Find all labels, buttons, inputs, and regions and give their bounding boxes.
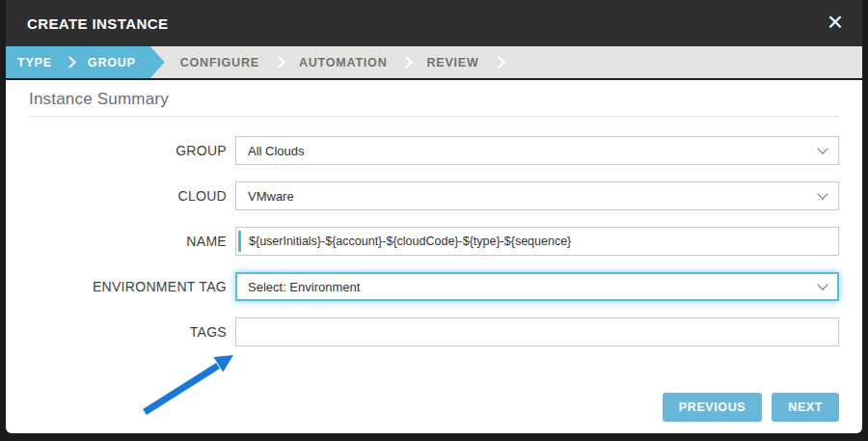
name-field-wrap — [235, 227, 839, 256]
wizard-active-segment: TYPE GROUP — [6, 46, 165, 78]
wizard-step-group[interactable]: GROUP — [88, 56, 136, 69]
wizard-breadcrumb: TYPE GROUP CONFIGURE AUTOMATION REVIEW — [6, 46, 862, 80]
tags-field-wrap — [235, 317, 839, 346]
group-select[interactable]: All Clouds — [235, 136, 839, 165]
chevron-down-icon — [817, 143, 827, 153]
instance-form: GROUP All Clouds CLOUD VMware — [29, 136, 839, 346]
section-heading: Instance Summary — [29, 90, 839, 109]
tags-input[interactable] — [236, 318, 838, 345]
chevron-separator-icon — [273, 56, 285, 69]
chevron-separator-icon — [401, 56, 414, 69]
wizard-step-review[interactable]: REVIEW — [426, 56, 478, 69]
modal-title: CREATE INSTANCE — [27, 15, 168, 32]
tags-row: TAGS — [29, 317, 839, 346]
close-icon[interactable]: × — [827, 12, 843, 33]
cloud-row: CLOUD VMware — [29, 181, 839, 210]
group-row: GROUP All Clouds — [29, 136, 839, 165]
create-instance-modal: CREATE INSTANCE × TYPE GROUP CONFIGURE A… — [6, 0, 862, 433]
next-button[interactable]: NEXT — [772, 393, 839, 422]
modal-content: Instance Summary GROUP All Clouds CLOUD … — [6, 80, 862, 433]
chevron-separator-icon — [493, 56, 505, 69]
environment-tag-label: ENVIRONMENT TAG — [29, 279, 227, 294]
chevron-down-icon — [817, 188, 827, 199]
cloud-select[interactable]: VMware — [235, 181, 839, 210]
wizard-step-automation[interactable]: AUTOMATION — [299, 56, 388, 69]
cloud-label: CLOUD — [29, 188, 227, 204]
environment-tag-select[interactable]: Select: Environment — [235, 272, 839, 301]
previous-button[interactable]: PREVIOUS — [663, 393, 762, 422]
cloud-select-value: VMware — [248, 189, 294, 204]
tags-label: TAGS — [29, 324, 227, 340]
wizard-step-type[interactable]: TYPE — [17, 56, 52, 69]
environment-tag-row: ENVIRONMENT TAG Select: Environment — [29, 272, 839, 301]
group-label: GROUP — [29, 143, 227, 158]
heading-divider — [29, 116, 839, 117]
name-label: NAME — [29, 234, 227, 249]
modal-footer: PREVIOUS NEXT — [663, 393, 839, 422]
modal-header: CREATE INSTANCE × — [6, 0, 862, 46]
environment-tag-select-value: Select: Environment — [248, 280, 360, 294]
wizard-upcoming-segment: CONFIGURE AUTOMATION REVIEW — [165, 46, 519, 78]
name-row: NAME — [29, 227, 839, 256]
chevron-separator-icon — [64, 56, 76, 69]
wizard-step-configure[interactable]: CONFIGURE — [180, 56, 259, 69]
name-input[interactable] — [241, 228, 838, 255]
group-select-value: All Clouds — [248, 144, 305, 158]
chevron-down-icon — [817, 279, 827, 289]
